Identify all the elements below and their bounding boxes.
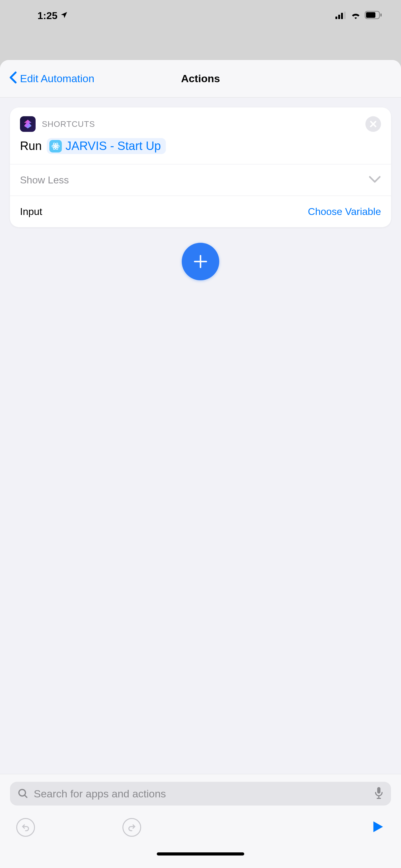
toolbar-left: [16, 818, 141, 837]
action-card: SHORTCUTS Run JARVIS: [10, 107, 391, 227]
search-input[interactable]: Search for apps and actions: [10, 782, 391, 806]
svg-rect-17: [377, 787, 380, 794]
page-title: Actions: [181, 72, 220, 85]
close-button[interactable]: [365, 116, 381, 132]
microphone-icon[interactable]: [374, 787, 383, 800]
status-bar: 1:25: [0, 0, 401, 31]
input-label: Input: [20, 206, 42, 217]
home-indicator[interactable]: [157, 852, 244, 856]
app-name-label: SHORTCUTS: [42, 119, 95, 129]
nav-bar: Edit Automation Actions: [0, 60, 401, 97]
modal-sheet: Edit Automation Actions SHORTCUTS Run: [0, 60, 401, 868]
atom-icon: [49, 140, 62, 153]
back-button[interactable]: Edit Automation: [9, 71, 94, 86]
run-label: Run: [20, 140, 42, 153]
svg-marker-20: [373, 822, 383, 832]
toolbar: [10, 809, 391, 846]
svg-rect-2: [341, 13, 343, 19]
show-less-row[interactable]: Show Less: [10, 164, 391, 195]
shortcuts-app-icon: [20, 116, 36, 132]
svg-rect-5: [366, 12, 375, 18]
bottom-panel: Search for apps and actions: [0, 774, 401, 868]
svg-rect-0: [335, 17, 337, 19]
status-time: 1:25: [37, 10, 58, 22]
status-bar-right: [335, 10, 382, 22]
svg-line-16: [25, 795, 27, 798]
add-action-button[interactable]: [182, 243, 219, 280]
svg-point-9: [55, 145, 56, 147]
card-header: SHORTCUTS: [10, 107, 391, 135]
back-label: Edit Automation: [20, 72, 94, 85]
content-area: SHORTCUTS Run JARVIS: [0, 97, 401, 774]
location-icon: [60, 10, 68, 22]
run-button[interactable]: [370, 819, 385, 835]
action-line: Run JARVIS - Start Up: [10, 135, 391, 164]
show-less-label: Show Less: [20, 174, 69, 186]
status-bar-left: 1:25: [37, 10, 68, 22]
search-placeholder: Search for apps and actions: [34, 788, 369, 800]
battery-icon: [365, 10, 382, 22]
cellular-icon: [335, 10, 347, 22]
wifi-icon: [350, 10, 361, 22]
svg-rect-1: [338, 15, 340, 19]
shortcut-name: JARVIS - Start Up: [66, 140, 161, 153]
shortcut-variable-pill[interactable]: JARVIS - Start Up: [47, 138, 166, 154]
chevron-down-icon: [369, 176, 381, 184]
redo-button[interactable]: [123, 818, 141, 837]
input-value: Choose Variable: [308, 206, 381, 217]
search-icon: [18, 788, 29, 799]
svg-rect-6: [380, 13, 381, 17]
home-indicator-area: [10, 846, 391, 868]
svg-rect-3: [344, 11, 346, 19]
chevron-left-icon: [9, 71, 18, 86]
undo-button[interactable]: [16, 818, 35, 837]
input-row[interactable]: Input Choose Variable: [10, 196, 391, 227]
